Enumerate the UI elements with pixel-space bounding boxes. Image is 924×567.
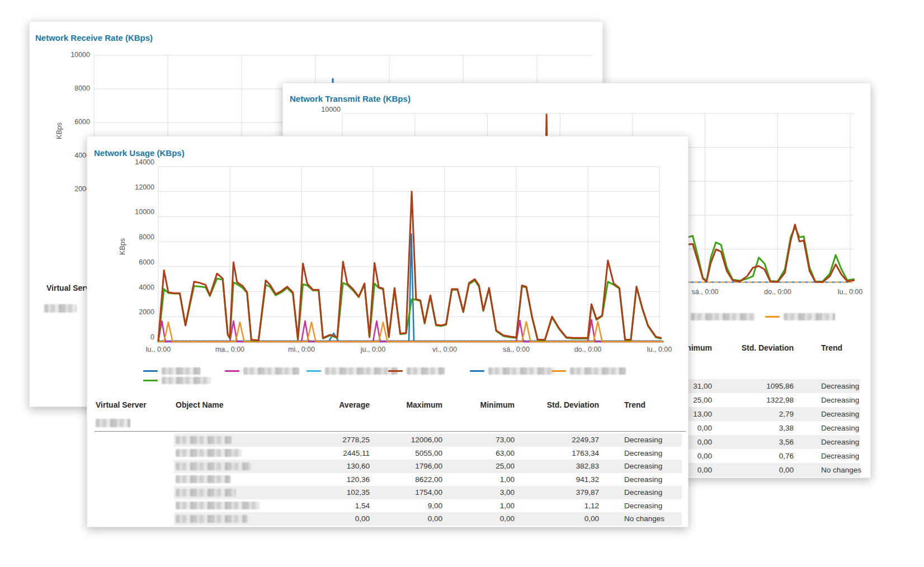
cell-trend: Decreasing <box>821 435 859 449</box>
cell-minimum: 3,00 <box>442 486 515 499</box>
legend-item[interactable] <box>765 313 835 321</box>
cell-minimum: 1,00 <box>442 499 515 513</box>
legend-item[interactable] <box>143 367 201 375</box>
redacted-object-name <box>176 475 230 483</box>
x-tick-label: mi., 0:00 <box>288 346 315 353</box>
redacted-legend-label <box>243 367 299 375</box>
legend-item[interactable] <box>470 367 554 375</box>
cell-minimum: 0,00 <box>442 512 515 526</box>
cell-trend: Decreasing <box>624 499 662 513</box>
redacted-object-name <box>176 502 260 509</box>
dashboard-canvas: Network Receive Rate (KBps) KBps Virtual… <box>0 0 924 567</box>
redacted-legend-label <box>407 367 445 375</box>
column-header-object-name: Object Name <box>176 400 224 409</box>
x-tick-label: do., 0:00 <box>574 346 602 353</box>
legend-item[interactable] <box>551 367 626 375</box>
cell-std-deviation: 382,83 <box>526 460 599 473</box>
y-tick-label: 6000 <box>119 258 154 266</box>
y-tick-label: 12000 <box>119 183 154 191</box>
redacted-object-name <box>176 462 251 470</box>
redacted-virtual-server-name <box>44 304 77 313</box>
cell-minimum: 25,00 <box>442 460 515 473</box>
cell-std-deviation: 3,56 <box>721 435 794 449</box>
cell-trend: Decreasing <box>624 447 662 460</box>
cell-std-deviation: 941,32 <box>526 473 599 486</box>
y-tick-label: 6000 <box>54 118 90 126</box>
column-header-trend: Trend <box>821 343 842 352</box>
legend-dash <box>143 370 158 372</box>
legend-dash <box>225 370 239 372</box>
legend-dash <box>143 380 158 381</box>
column-header-minimum: Minimum <box>442 400 515 409</box>
column-header-average: Average <box>297 400 370 409</box>
cell-trend: No changes <box>821 463 861 477</box>
cell-maximum: 5055,00 <box>370 447 442 460</box>
legend-item[interactable] <box>307 367 398 375</box>
redacted-object-name <box>176 436 232 444</box>
redacted-legend-label <box>488 367 554 375</box>
x-tick-label: sá., 0:00 <box>503 346 530 353</box>
cell-std-deviation: 2249,37 <box>526 433 599 447</box>
x-tick-label: sá., 0:00 <box>692 288 719 296</box>
y-tick-label: 14000 <box>119 158 154 166</box>
table-row[interactable]: 102,351754,003,00379,87Decreasing <box>87 486 682 499</box>
cell-trend: Decreasing <box>821 393 859 407</box>
cell-trend: Decreasing <box>624 460 662 473</box>
y-tick-label: 8000 <box>119 233 154 241</box>
cell-trend: Decreasing <box>624 473 662 486</box>
column-header-std-deviation: Std. Deviation <box>526 400 599 409</box>
cell-average: 1,54 <box>297 499 370 513</box>
legend-item[interactable] <box>143 376 211 385</box>
cell-std-deviation: 1,12 <box>526 499 599 513</box>
cell-std-deviation: 0,00 <box>526 512 599 526</box>
cell-average: 2778,25 <box>297 433 370 447</box>
cell-trend: Decreasing <box>821 449 859 463</box>
column-header-maximum: Maximum <box>370 400 442 409</box>
redacted-object-name <box>176 489 236 497</box>
legend-dash <box>307 370 321 372</box>
cell-average: 120,36 <box>297 473 370 486</box>
table-row[interactable]: 0,000,000,000,00No changes <box>87 512 682 526</box>
x-tick-label: ju., 0:00 <box>361 346 385 353</box>
legend-item[interactable] <box>388 367 445 375</box>
legend-dash <box>470 370 484 372</box>
column-header-virtual-server: Virtual Server <box>96 400 147 409</box>
column-header-trend: Trend <box>624 400 645 409</box>
legend-item[interactable] <box>225 367 299 375</box>
cell-maximum: 0,00 <box>370 512 442 526</box>
column-header-std-deviation: Std. Deviation <box>721 343 794 352</box>
cell-trend: Decreasing <box>624 486 662 499</box>
y-tick-label: 2000 <box>54 185 90 193</box>
table-row[interactable]: 2445,115055,0063,001763,34Decreasing <box>87 447 682 460</box>
cell-std-deviation: 0,00 <box>721 463 794 477</box>
cell-std-deviation: 3,38 <box>721 421 794 435</box>
redacted-virtual-server-name <box>96 419 130 427</box>
cell-average: 0,00 <box>297 512 370 526</box>
cell-std-deviation: 1095,86 <box>721 379 794 393</box>
x-tick-label: do., 0:00 <box>764 288 791 296</box>
cell-average: 102,35 <box>297 486 370 499</box>
table-row[interactable]: 2778,2512006,0073,002249,37Decreasing <box>87 433 682 447</box>
legend-dash <box>388 370 403 372</box>
x-tick-label: lu., 0:00 <box>838 288 862 296</box>
y-tick-label: 8000 <box>54 84 90 92</box>
redacted-legend-label <box>691 313 755 320</box>
panel-network-usage: Network Usage (KBps) KBps 14000120001000… <box>87 136 689 527</box>
cell-minimum: 1,00 <box>442 473 515 486</box>
table-row[interactable]: 130,601796,0025,00382,83Decreasing <box>87 460 682 473</box>
table-row[interactable]: 1,549,001,001,12Decreasing <box>87 499 682 513</box>
cell-average: 130,60 <box>297 460 370 473</box>
redacted-legend-label <box>325 367 398 375</box>
cell-std-deviation: 379,87 <box>526 486 599 499</box>
cell-maximum: 1754,00 <box>370 486 442 499</box>
y-tick-label: 4000 <box>54 152 90 159</box>
cell-minimum: 63,00 <box>442 447 515 460</box>
x-tick-label: lu., 0:00 <box>146 346 171 353</box>
cell-std-deviation: 0,76 <box>721 449 794 463</box>
redacted-legend-label <box>162 367 201 375</box>
cell-std-deviation: 2,79 <box>721 407 794 421</box>
y-tick-label: 10000 <box>305 106 341 114</box>
cell-minimum: 73,00 <box>442 433 515 447</box>
redacted-object-name <box>176 449 242 457</box>
table-row[interactable]: 120,368622,001,00941,32Decreasing <box>87 473 682 486</box>
